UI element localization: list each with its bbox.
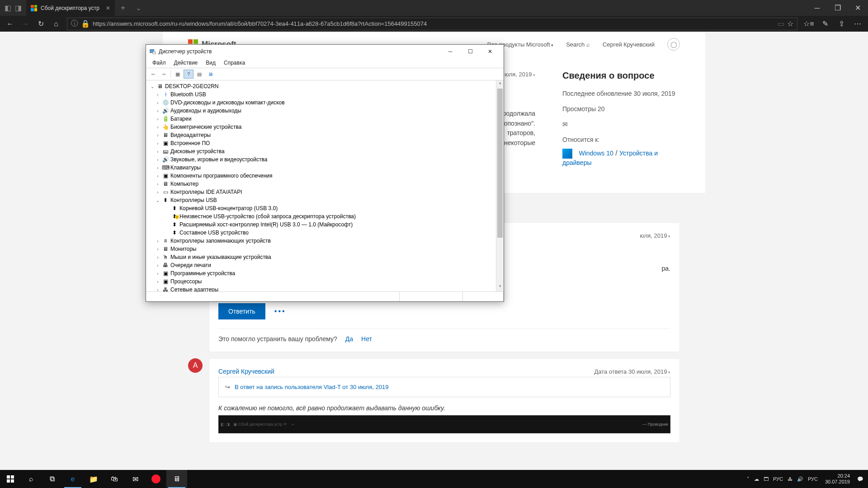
tree-device[interactable]: ⬍Составное USB устройство	[147, 229, 495, 237]
search-link[interactable]: Search ⌕	[566, 41, 590, 48]
tray-notifications-icon[interactable]: 💬	[857, 476, 863, 482]
tree-root[interactable]: ⌄🖥DESKTOP-2GEO2RN	[147, 82, 495, 90]
devmgr-maximize[interactable]: ☐	[460, 45, 480, 58]
tree-category[interactable]: ›🖶Очереди печати	[147, 261, 495, 269]
nav-forward-icon[interactable]: →	[18, 17, 33, 31]
nav-back-icon[interactable]: ←	[3, 17, 17, 31]
tree-category[interactable]: ›⌨Клавиатуры	[147, 164, 495, 172]
tb-scan-icon[interactable]: ▤	[194, 70, 204, 79]
device-tree[interactable]: ⌄🖥DESKTOP-2GEO2RN ›ᚼBluetooth USB ›💿DVD-…	[146, 80, 496, 291]
tree-device[interactable]: ⬍Корневой USB-концентратор (USB 3.0)	[147, 204, 495, 212]
tree-category[interactable]: ›💿DVD-дисководы и дисководы компакт-диск…	[147, 99, 495, 107]
tree-category[interactable]: ›▣Встроенное ПО	[147, 139, 495, 147]
user-name[interactable]: Сергей Кручевский	[603, 41, 655, 48]
helpful-yes[interactable]: Да	[345, 335, 353, 343]
devmgr-titlebar[interactable]: Диспетчер устройств ─ ☐ ✕	[146, 45, 504, 58]
tb-back-icon[interactable]: ⬅	[148, 70, 158, 79]
url-field-wrap[interactable]: ⓘ 🔒 ▭ ☆	[67, 18, 797, 30]
taskbar-explorer-icon[interactable]: 📁	[83, 470, 104, 488]
tree-category[interactable]: ›🖥Видеоадаптеры	[147, 131, 495, 139]
tray-network-icon[interactable]: 🖧	[788, 476, 793, 482]
tab-close-icon[interactable]: ✕	[106, 5, 110, 11]
dvd-icon: 💿	[162, 99, 169, 106]
reading-view-icon[interactable]: ▭	[778, 19, 784, 28]
tree-category[interactable]: ›🖴Дисковые устройства	[147, 147, 495, 155]
favorites-hub-icon[interactable]: ☆≡	[801, 17, 816, 31]
site-identity-icon[interactable]: ⓘ	[71, 19, 78, 28]
answer-more-menu[interactable]: •••	[274, 307, 286, 315]
reply-to-link[interactable]: В ответ на запись пользователя Vlad-T от…	[235, 384, 388, 390]
taskbar-edge-icon[interactable]: ｅ	[62, 470, 83, 488]
tree-category[interactable]: ›🖥Компьютер	[147, 180, 495, 188]
devmgr-minimize[interactable]: ─	[440, 45, 460, 58]
taskbar-store-icon[interactable]: 🛍	[104, 470, 125, 488]
tray-lang1[interactable]: РУС	[773, 476, 783, 482]
computer-icon: 🖥	[162, 181, 169, 187]
answer-date[interactable]: юля, 2019	[640, 232, 670, 239]
windows10-link[interactable]: Windows 10	[579, 150, 613, 157]
menu-view[interactable]: Вид	[202, 59, 219, 67]
question-date[interactable]: юля, 2019	[505, 71, 535, 78]
mail-icon[interactable]: ✉	[562, 121, 680, 128]
window-close[interactable]: ✕	[848, 0, 868, 16]
tree-category[interactable]: ›≡Контроллеры запоминающих устройств	[147, 237, 495, 245]
answer-author-link[interactable]: Сергей Кручевский	[218, 368, 274, 375]
tab-more-icon[interactable]: ⌄	[131, 4, 146, 12]
taskbar-opera-icon[interactable]	[146, 470, 166, 488]
tree-category[interactable]: ›▣Программные устройства	[147, 269, 495, 277]
window-maximize[interactable]: ❐	[827, 0, 848, 16]
tb-monitor-icon[interactable]: 🖥	[205, 70, 215, 79]
nav-refresh-icon[interactable]: ↻	[33, 17, 48, 31]
tree-category[interactable]: ›▣Процессоры	[147, 277, 495, 286]
url-input[interactable]	[93, 20, 775, 27]
tray-display-icon[interactable]: 🗔	[764, 476, 769, 482]
tray-onedrive-icon[interactable]: ☁	[754, 476, 759, 482]
task-view-button[interactable]: ⧉	[42, 470, 62, 488]
tree-category[interactable]: ›👆Биометрические устройства	[147, 123, 495, 131]
answer-reply-button[interactable]: Ответить	[218, 303, 265, 319]
tree-device[interactable]: ⬍Расширяемый хост-контроллер Intel(R) US…	[147, 221, 495, 229]
tree-category[interactable]: ›🔊Аудиовходы и аудиовыходы	[147, 107, 495, 115]
windows-tile-icon	[562, 149, 572, 159]
search-button[interactable]: ⌕	[21, 470, 42, 488]
new-tab-button[interactable]: ＋	[115, 3, 131, 13]
tb-forward-icon[interactable]: ➡	[159, 70, 169, 79]
tree-category[interactable]: ›🖱Мыши и иные указывающие устройства	[147, 253, 495, 261]
user-avatar-icon[interactable]: ◯	[667, 38, 680, 51]
tree-category[interactable]: ›ᚼBluetooth USB	[147, 90, 495, 99]
tree-device-error[interactable]: ⬍!Неизвестное USB-устройство (сбой запро…	[147, 212, 495, 221]
tree-category-expanded[interactable]: ⌄⬍Контроллеры USB	[147, 196, 495, 204]
menu-action[interactable]: Действие	[170, 59, 202, 67]
nav-home-icon[interactable]: ⌂	[49, 17, 63, 31]
settings-menu-icon[interactable]: ⋯	[850, 17, 865, 31]
tree-category[interactable]: ›▭Контроллеры IDE ATA/ATAPI	[147, 188, 495, 196]
tray-volume-icon[interactable]: 🔊	[797, 476, 803, 482]
answer-date[interactable]: Дата ответа 30 июля, 2019	[594, 368, 670, 375]
menu-help[interactable]: Справка	[220, 59, 249, 67]
browser-tab-active[interactable]: Сбой дескриптора устр ✕	[26, 0, 115, 16]
tree-category[interactable]: ›🔊Звуковые, игровые и видеоустройства	[147, 155, 495, 164]
tree-category[interactable]: ›🔋Батареи	[147, 115, 495, 123]
favorite-icon[interactable]: ☆	[787, 19, 793, 28]
tb-properties-icon[interactable]: ▦	[173, 70, 183, 79]
tree-category[interactable]: ›▣Компоненты программного обеспечения	[147, 172, 495, 180]
tree-category[interactable]: ›🖧Сетевые адаптеры	[147, 286, 495, 291]
share-icon[interactable]: ⇪	[834, 17, 849, 31]
tray-clock[interactable]: 20:24 30.07.2019	[822, 473, 853, 485]
taskbar-mail-icon[interactable]: ✉	[125, 470, 146, 488]
sidebar-toggle-icon[interactable]: ◧	[5, 4, 11, 12]
set-aside-icon[interactable]: ◨	[15, 4, 22, 12]
notes-icon[interactable]: ✎	[817, 17, 833, 31]
devmgr-scrollbar[interactable]: ▴ ▾	[496, 80, 504, 291]
start-button[interactable]	[0, 470, 21, 488]
taskbar-devmgr-icon[interactable]: 🖥	[166, 470, 187, 488]
tree-category[interactable]: ›🖥Мониторы	[147, 245, 495, 253]
helpful-no[interactable]: Нет	[361, 335, 372, 343]
tb-help-icon[interactable]: ?	[184, 70, 193, 79]
tray-chevron-icon[interactable]: ˄	[747, 476, 750, 482]
menu-file[interactable]: Файл	[149, 59, 170, 67]
tray-lang2[interactable]: РУС	[808, 476, 818, 482]
devmgr-close[interactable]: ✕	[480, 45, 500, 58]
browser-address-bar: ← → ↻ ⌂ ⓘ 🔒 ▭ ☆ ☆≡ ✎ ⇪ ⋯	[0, 16, 868, 32]
window-minimize[interactable]: ─	[807, 0, 827, 16]
